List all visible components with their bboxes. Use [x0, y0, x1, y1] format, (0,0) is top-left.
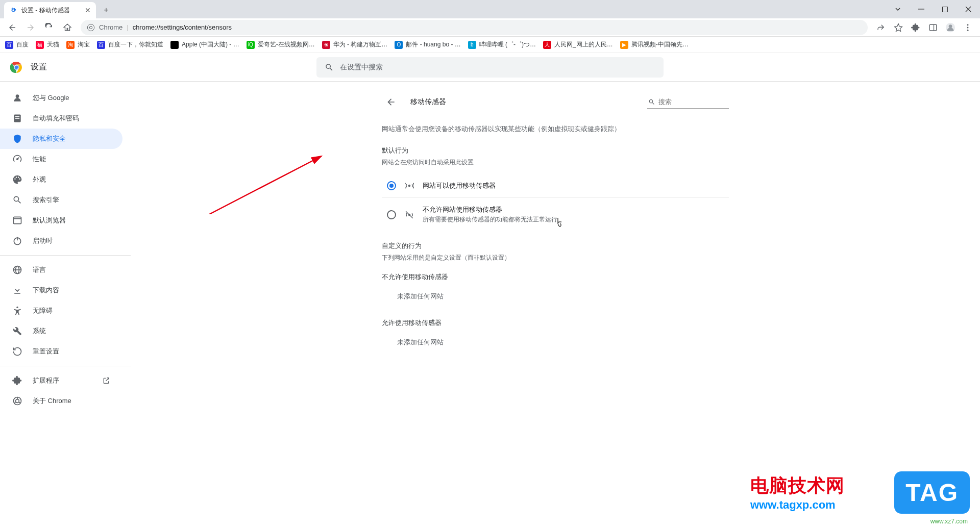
sidebar-item-default-browser[interactable]: 默认浏览器 — [0, 210, 122, 231]
sidebar-item-about[interactable]: 关于 Chrome — [0, 391, 122, 411]
bookmark-item[interactable]: Apple (中国大陆) - … — [170, 40, 239, 49]
close-icon[interactable]: ✕ — [85, 6, 91, 14]
bookmark-item[interactable]: ▶腾讯视频-中国领先… — [620, 40, 689, 49]
sidebar-item-privacy[interactable]: 隐私和安全 — [0, 129, 122, 149]
bookmark-item[interactable]: ❀华为 - 构建万物互… — [322, 40, 388, 49]
external-link-icon — [102, 376, 110, 385]
favicon-icon: b — [468, 41, 476, 49]
favicon-icon: iQ — [247, 41, 255, 49]
divider — [0, 255, 131, 256]
share-icon[interactable] — [873, 19, 889, 36]
panel-search-input[interactable] — [658, 98, 728, 106]
svg-point-32 — [409, 185, 410, 187]
form-icon — [12, 113, 22, 123]
new-tab-button[interactable]: + — [99, 3, 113, 17]
reload-button[interactable] — [41, 19, 57, 36]
gear-icon — [9, 6, 17, 14]
menu-icon[interactable] — [960, 19, 976, 36]
url-host: Chrome — [99, 23, 122, 31]
toolbar: Chrome | chrome://settings/content/senso… — [0, 18, 980, 37]
sensor-off-icon — [404, 210, 414, 219]
panel-back-button[interactable] — [382, 93, 400, 111]
sidebar-item-autofill[interactable]: 自动填充和密码 — [0, 108, 122, 129]
titlebar: 设置 - 移动传感器 ✕ + — [0, 0, 980, 18]
radio-icon[interactable] — [387, 210, 396, 219]
sidebar-item-search-engine[interactable]: 搜索引擎 — [0, 190, 122, 210]
bookmark-item[interactable]: O邮件 - huang bo - … — [395, 40, 460, 49]
watermark-small: www.xz7.com — [930, 518, 968, 525]
search-icon — [325, 63, 334, 72]
svg-rect-0 — [918, 9, 924, 10]
radio-block-sensors[interactable]: 不允许网站使用移动传感器 所有需要使用移动传感器的功能都将无法正常运行 — [382, 198, 729, 231]
favicon-icon: O — [395, 41, 403, 49]
search-icon — [12, 195, 22, 205]
favicon-icon: 百 — [5, 41, 13, 49]
svg-point-13 — [14, 65, 18, 69]
browser-tab[interactable]: 设置 - 移动传感器 ✕ — [4, 2, 96, 18]
svg-point-9 — [967, 27, 969, 28]
forward-button[interactable] — [22, 19, 39, 36]
section-default-title: 默认行为 — [382, 146, 729, 155]
content: 移动传感器 网站通常会使用您设备的移动传感器以实现某些功能（例如虚拟现实或健身跟… — [131, 82, 980, 528]
profile-icon[interactable] — [942, 19, 959, 36]
bookmark-item[interactable]: iQ爱奇艺-在线视频网… — [247, 40, 315, 49]
bookmark-item[interactable]: 猫天猫 — [36, 40, 59, 49]
address-bar[interactable]: Chrome | chrome://settings/content/senso… — [81, 20, 868, 35]
svg-point-26 — [16, 307, 18, 308]
settings-search[interactable]: 在设置中搜索 — [316, 57, 664, 78]
tag-badge: TAG — [894, 471, 970, 514]
section-block-title: 不允许使用移动传感器 — [382, 272, 729, 282]
svg-line-30 — [19, 402, 20, 404]
bookmark-item[interactable]: b哔哩哔哩 (゜-゜)つ… — [468, 40, 536, 49]
sidebar-item-appearance[interactable]: 外观 — [0, 169, 122, 190]
star-icon[interactable] — [890, 19, 906, 36]
sidepanel-icon[interactable] — [925, 19, 941, 36]
sidebar-item-accessibility[interactable]: 无障碍 — [0, 300, 122, 321]
sidebar-item-system[interactable]: 系统 — [0, 321, 122, 341]
radio-allow-sensors[interactable]: 网站可以使用移动传感器 — [382, 174, 729, 198]
favicon-icon: ❀ — [322, 41, 330, 49]
chrome-icon — [87, 23, 95, 32]
bookmark-item[interactable]: 百百度一下，你就知道 — [97, 40, 163, 49]
panel-title: 移动传感器 — [410, 97, 446, 107]
radio-sublabel: 所有需要使用移动传感器的功能都将无法正常运行 — [423, 215, 557, 224]
sidebar-item-reset[interactable]: 重置设置 — [0, 341, 122, 362]
person-icon — [12, 93, 22, 103]
back-button[interactable] — [4, 19, 20, 36]
shield-icon — [12, 134, 22, 144]
palette-icon — [12, 174, 22, 185]
extensions-icon[interactable] — [908, 19, 924, 36]
sidebar-item-you-and-google[interactable]: 您与 Google — [0, 88, 122, 108]
svg-point-3 — [89, 26, 92, 29]
svg-point-14 — [16, 94, 19, 98]
radio-icon[interactable] — [387, 181, 396, 190]
favicon-icon — [170, 41, 179, 49]
close-window-button[interactable] — [957, 0, 980, 18]
wrench-icon — [12, 326, 22, 336]
favicon-icon: 淘 — [66, 41, 75, 49]
panel-description: 网站通常会使用您设备的移动传感器以实现某些功能（例如虚拟现实或健身跟踪） — [382, 124, 729, 134]
sidebar-item-downloads[interactable]: 下载内容 — [0, 280, 122, 300]
url-path: chrome://settings/content/sensors — [133, 23, 232, 31]
section-custom-title: 自定义的行为 — [382, 241, 729, 250]
bookmark-item[interactable]: 人人民网_网上的人民… — [543, 40, 613, 49]
svg-rect-4 — [929, 24, 937, 31]
bookmark-item[interactable]: 淘淘宝 — [66, 40, 90, 49]
maximize-button[interactable] — [933, 0, 957, 18]
tab-title: 设置 - 移动传感器 — [21, 6, 70, 15]
sidebar-item-extensions[interactable]: 扩展程序 — [0, 370, 122, 391]
search-placeholder: 在设置中搜索 — [340, 63, 383, 72]
chevron-down-icon[interactable] — [886, 0, 910, 18]
bookmark-item[interactable]: 百百度 — [5, 40, 29, 49]
panel-search[interactable] — [647, 96, 729, 109]
extension-icon — [12, 375, 22, 386]
section-custom-sub: 下列网站采用的是自定义设置（而非默认设置） — [382, 254, 729, 262]
favicon-icon: 猫 — [36, 41, 44, 49]
section-allow-title: 允许使用移动传感器 — [382, 318, 729, 328]
sidebar-item-performance[interactable]: 性能 — [0, 149, 122, 169]
minimize-button[interactable] — [910, 0, 933, 18]
sidebar-item-startup[interactable]: 启动时 — [0, 231, 122, 251]
browser-icon — [12, 215, 22, 225]
sidebar-item-languages[interactable]: 语言 — [0, 260, 122, 280]
home-button[interactable] — [59, 19, 76, 36]
